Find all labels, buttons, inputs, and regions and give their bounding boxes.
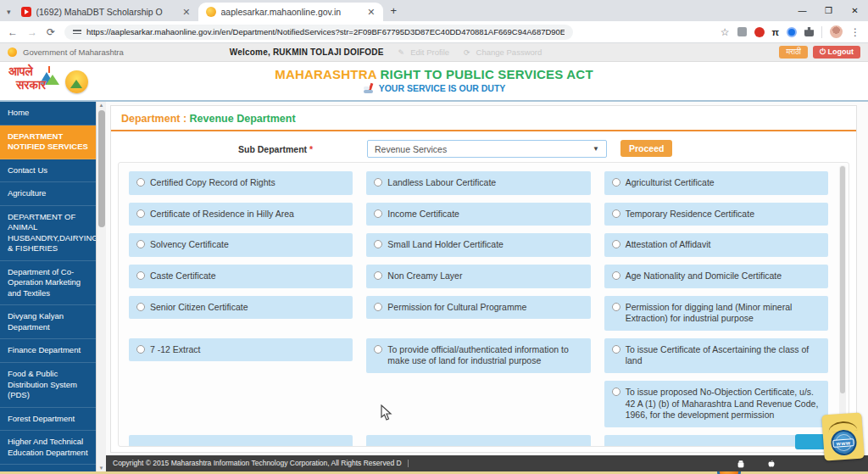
radio-button[interactable] xyxy=(612,345,620,354)
sidebar-item[interactable]: Forest Department xyxy=(0,408,96,432)
radio-button[interactable] xyxy=(136,240,145,248)
scrollbar-thumb[interactable] xyxy=(98,110,105,227)
radio-button[interactable] xyxy=(612,240,620,248)
service-option[interactable]: To provide official/authenticated inform… xyxy=(366,338,590,373)
minimize-button[interactable]: — xyxy=(789,0,815,21)
tab-close-icon[interactable]: ✕ xyxy=(182,7,190,18)
radio-button[interactable] xyxy=(612,303,620,311)
edit-profile-link[interactable]: Edit Profile xyxy=(410,47,449,57)
radio-button[interactable] xyxy=(374,240,382,248)
service-option[interactable]: Income Certificate xyxy=(366,203,590,226)
sub-department-select[interactable]: Revenue Services ▼ xyxy=(367,140,607,158)
service-option-clipped[interactable] xyxy=(366,435,590,447)
www-globe-badge[interactable]: www xyxy=(821,412,865,460)
service-option[interactable]: Permission for digging land (Minor miner… xyxy=(604,296,828,331)
new-tab-button[interactable]: + xyxy=(391,4,398,17)
service-option[interactable]: Senior Citizen Certificate xyxy=(129,296,353,320)
forward-icon[interactable]: → xyxy=(27,27,37,37)
radio-button[interactable] xyxy=(374,178,382,187)
scrollbar-thumb[interactable] xyxy=(840,166,845,393)
service-option[interactable]: Attestation of Affidavit xyxy=(604,233,828,257)
radio-button[interactable] xyxy=(136,303,145,311)
extension-icon[interactable] xyxy=(737,27,747,36)
sidebar-item[interactable]: Divyang Kalyan Department xyxy=(0,305,96,339)
service-option[interactable]: Certified Copy Record of Rights xyxy=(129,171,353,195)
sidebar-item[interactable]: DEPARTMENT NOTIFIED SERVICES xyxy=(0,125,96,159)
service-option[interactable]: Temporary Residence Certificate xyxy=(604,203,828,226)
reload-icon[interactable]: ⟳ xyxy=(47,27,55,37)
sidebar-item[interactable]: Agriculture xyxy=(0,182,96,206)
browser-menu-icon[interactable]: ⋮ xyxy=(850,26,860,38)
service-option[interactable]: Solvency Certificate xyxy=(129,233,353,257)
sidebar-scrollbar[interactable]: ▲ ▼ xyxy=(96,102,106,471)
blue-extension-icon[interactable] xyxy=(787,27,797,37)
change-password-icon[interactable]: ⟳ xyxy=(464,48,470,57)
service-option-clipped[interactable] xyxy=(129,435,353,447)
services-scrollbar[interactable] xyxy=(839,165,846,443)
radio-button[interactable] xyxy=(612,388,620,396)
scroll-down-icon[interactable]: ▼ xyxy=(97,466,106,471)
radio-button[interactable] xyxy=(612,209,620,218)
sidebar-item[interactable]: Home Department xyxy=(0,465,96,471)
sidebar-item[interactable]: DEPARTMENT OF ANIMAL HUSBANDRY,DAIRYING … xyxy=(0,206,96,261)
pi-extension-icon[interactable]: π xyxy=(772,27,779,37)
browser-tab-inactive[interactable]: (1692) MahaDBT Scholarship O ✕ xyxy=(14,3,198,21)
copyright-text: Copyright © 2015 Maharashtra Information… xyxy=(113,460,409,467)
radio-button[interactable] xyxy=(136,345,145,354)
language-marathi-button[interactable]: मराठी xyxy=(779,46,807,59)
service-option-label: To issue Certificate of Ascertaining the… xyxy=(626,344,821,367)
radio-button[interactable] xyxy=(612,271,620,280)
tab-close-icon[interactable]: ✕ xyxy=(367,7,375,18)
radio-button[interactable] xyxy=(136,271,145,280)
sidebar-item[interactable]: Higher And Technical Education Departmen… xyxy=(0,431,96,465)
service-option-label: Permission for digging land (Minor miner… xyxy=(626,302,821,325)
service-option-label: Temporary Residence Certificate xyxy=(626,209,754,220)
android-icon[interactable] xyxy=(736,459,746,469)
extensions-puzzle-icon[interactable] xyxy=(804,27,814,36)
change-password-link[interactable]: Change Password xyxy=(476,47,542,57)
service-option[interactable]: Landless Labour Certificate xyxy=(366,171,590,195)
service-option[interactable]: Small Land Holder Certificate xyxy=(366,233,590,257)
profile-avatar[interactable] xyxy=(830,25,843,38)
proceed-button[interactable]: Proceed xyxy=(620,140,672,157)
service-option-label: Senior Citizen Certificate xyxy=(150,302,248,314)
radio-button[interactable] xyxy=(374,303,382,311)
site-settings-icon[interactable] xyxy=(73,28,81,36)
scroll-up-icon[interactable]: ▲ xyxy=(97,103,106,108)
service-option[interactable]: 7 -12 Extract xyxy=(129,338,353,362)
service-option[interactable]: To issue proposed No-Objection Certifica… xyxy=(604,381,828,427)
browser-tab-active[interactable]: aaplesarkar.mahaonline.gov.in ✕ xyxy=(198,3,383,21)
bookmark-star-icon[interactable]: ☆ xyxy=(721,26,730,38)
sidebar-item[interactable]: Food & Public Distribution System (PDS) xyxy=(0,363,96,408)
address-bar[interactable]: https://aaplesarkar.mahaonline.gov.in/en… xyxy=(64,25,573,40)
service-option[interactable]: Caste Certificate xyxy=(129,265,353,288)
adblock-extension-icon[interactable] xyxy=(754,27,765,37)
tab-search-chevron-icon[interactable]: ▾ xyxy=(7,8,11,16)
feedback-button-partial[interactable] xyxy=(795,434,826,449)
radio-button[interactable] xyxy=(612,178,620,187)
sidebar-item[interactable]: Finance Department xyxy=(0,339,96,363)
logout-button[interactable]: ⏻ Logout xyxy=(813,46,860,59)
page-footer: Copyright © 2015 Maharashtra Information… xyxy=(106,455,868,471)
radio-button[interactable] xyxy=(136,178,145,187)
service-option[interactable]: To issue Certificate of Ascertaining the… xyxy=(604,338,828,373)
sidebar-item[interactable]: Department of Co-Operation Marketing and… xyxy=(0,261,96,306)
restore-button[interactable]: ❐ xyxy=(815,0,842,21)
radio-button[interactable] xyxy=(374,209,382,218)
service-option[interactable]: Permission for Cultural Programme xyxy=(366,296,590,320)
service-option[interactable]: Non Creamy Layer xyxy=(366,265,590,288)
service-option-label: Agriculturist Certificate xyxy=(626,177,715,189)
radio-button[interactable] xyxy=(136,209,145,218)
service-option[interactable]: Certificate of Residence in Hilly Area xyxy=(129,203,353,226)
sidebar-item[interactable]: Home xyxy=(0,102,96,125)
service-option[interactable]: Agriculturist Certificate xyxy=(604,171,828,195)
sidebar-item[interactable]: Contact Us xyxy=(0,159,96,183)
tab-title: aaplesarkar.mahaonline.gov.in xyxy=(221,7,363,17)
radio-button[interactable] xyxy=(374,271,382,280)
back-icon[interactable]: ← xyxy=(8,27,18,37)
radio-button[interactable] xyxy=(374,345,382,354)
close-button[interactable]: ✕ xyxy=(842,0,868,21)
service-option[interactable]: Age Nationality and Domicile Certificate xyxy=(604,265,828,288)
edit-pencil-icon[interactable]: ✎ xyxy=(398,48,405,57)
apple-icon[interactable] xyxy=(766,459,776,469)
